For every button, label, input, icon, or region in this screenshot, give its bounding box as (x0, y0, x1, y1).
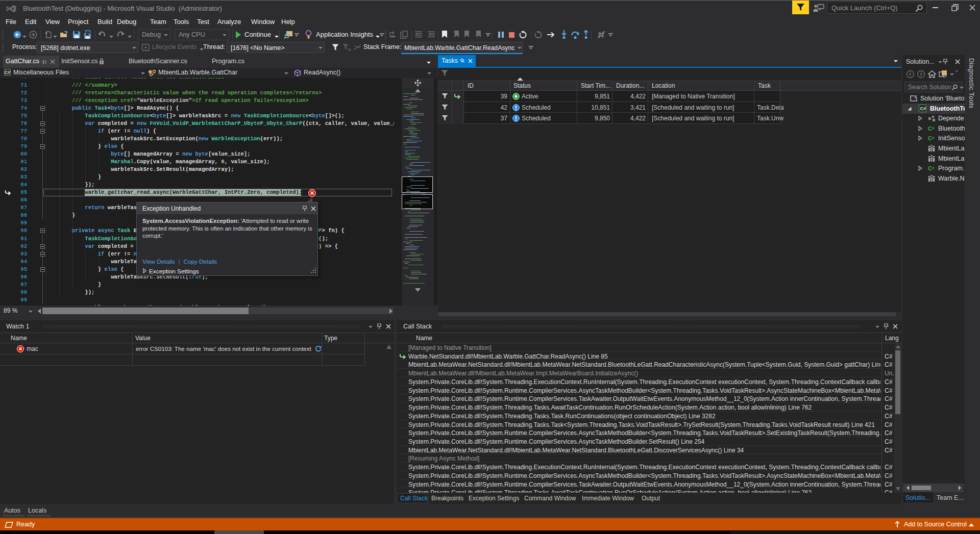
svg-text:C: C (928, 135, 932, 141)
svg-text:C: C (928, 165, 932, 171)
svg-text:#: # (932, 166, 935, 170)
svg-text:C: C (928, 125, 932, 132)
svg-text:#: # (932, 136, 935, 140)
svg-text:#: # (932, 126, 935, 131)
